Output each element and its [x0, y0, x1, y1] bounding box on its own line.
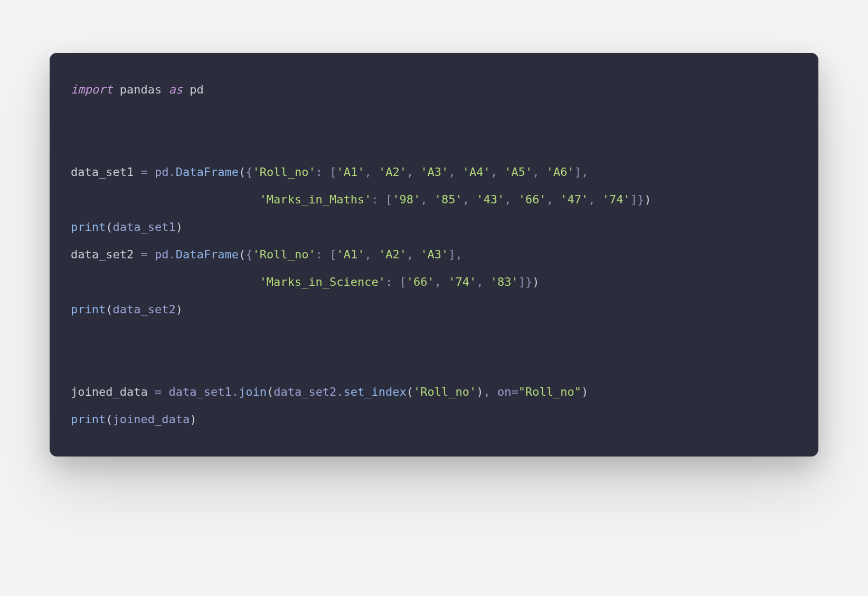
code-token: ( [239, 248, 246, 261]
code-token: pd [190, 83, 204, 96]
code-token: ] [518, 275, 525, 288]
code-token: ( [267, 385, 273, 398]
code-token: , [532, 165, 539, 179]
code-token: [ [400, 275, 407, 288]
code-token: data_set1 [71, 165, 134, 179]
code-token: '43' [476, 193, 504, 206]
code-token: data_set2 [273, 385, 336, 398]
code-token: 'A4' [463, 165, 490, 179]
code-token: , [407, 248, 413, 261]
code-token: '74' [602, 193, 630, 206]
code-token: : [316, 248, 323, 261]
code-token: ) [190, 413, 196, 426]
code-token: '74' [448, 275, 476, 288]
code-token: . [336, 385, 343, 398]
code-token: 'A5' [504, 165, 532, 179]
code-token: ( [106, 413, 112, 426]
code-token: = [140, 248, 147, 261]
code-token: : [316, 165, 323, 179]
code-token: DataFrame [176, 165, 239, 179]
code-token: as [168, 83, 183, 96]
code-token: { [246, 165, 252, 179]
code-token: [ [385, 193, 392, 206]
code-token: , [581, 165, 588, 179]
code-token: set_index [344, 385, 407, 398]
code-token: 'Roll_no' [252, 165, 315, 179]
code-token: , [448, 165, 455, 179]
code-token: 'Marks_in_Science' [260, 275, 385, 288]
code-token: ) [476, 385, 483, 398]
code-token: = [140, 165, 147, 179]
code-token: . [232, 385, 239, 398]
code-token: join [239, 385, 267, 398]
code-token: , [364, 248, 371, 261]
code-token: [ [329, 248, 336, 261]
code-token: ( [106, 220, 112, 234]
code-token: , [546, 193, 553, 206]
code-token: print [71, 220, 106, 234]
code-token: data_set2 [71, 248, 134, 261]
code-token: ) [176, 303, 183, 316]
code-token: 'Marks_in_Maths' [260, 193, 372, 206]
code-card: import pandas as pd data_set1 = pd.DataF… [50, 53, 818, 457]
code-token: ) [532, 275, 539, 288]
code-token: ) [176, 220, 183, 234]
code-token: data_set1 [168, 385, 231, 398]
code-token: , [490, 165, 497, 179]
code-token: 'A1' [336, 165, 364, 179]
code-token: : [385, 275, 392, 288]
code-token: pandas [120, 83, 162, 96]
code-token: ( [407, 385, 413, 398]
code-token: DataFrame [176, 248, 239, 261]
code-token: print [71, 303, 106, 316]
code-token: } [637, 193, 644, 206]
code-token: , [588, 193, 595, 206]
code-token: data_set1 [112, 220, 175, 234]
code-token: , [407, 165, 413, 179]
code-token: joined_data [71, 385, 148, 398]
code-token: '83' [490, 275, 518, 288]
code-token: pd [155, 248, 169, 261]
code-token: ] [630, 193, 637, 206]
code-token: pd [155, 165, 169, 179]
code-token: . [168, 165, 175, 179]
code-token: '98' [392, 193, 420, 206]
code-token: on [497, 385, 512, 398]
code-token: 'A1' [336, 248, 364, 261]
code-token: '66' [518, 193, 546, 206]
code-token: : [372, 193, 379, 206]
code-token: '66' [407, 275, 435, 288]
code-token: ) [644, 193, 651, 206]
code-token: 'Roll_no' [413, 385, 476, 398]
code-token: ( [239, 165, 246, 179]
code-block[interactable]: import pandas as pd data_set1 = pd.DataF… [71, 76, 797, 433]
code-token: = [155, 385, 162, 398]
code-token: [ [329, 165, 336, 179]
code-token: 'A2' [379, 165, 407, 179]
code-token: data_set2 [112, 303, 175, 316]
code-token: , [504, 193, 511, 206]
code-token: 'A3' [420, 165, 448, 179]
code-token: joined_data [112, 413, 190, 426]
code-token: import [71, 83, 112, 96]
code-token: , [364, 165, 371, 179]
code-token: . [168, 248, 175, 261]
code-token: } [525, 275, 532, 288]
code-token: print [71, 413, 106, 426]
code-token: = [512, 385, 518, 398]
code-token: '47' [560, 193, 588, 206]
code-token: ] [448, 248, 455, 261]
code-token: 'A2' [379, 248, 407, 261]
code-token: ( [106, 303, 112, 316]
code-token: , [420, 193, 427, 206]
code-token: , [463, 193, 469, 206]
code-token: { [246, 248, 252, 261]
code-token: ) [581, 385, 588, 398]
code-token: , [435, 275, 441, 288]
code-token: '85' [435, 193, 463, 206]
code-content: import pandas as pd data_set1 = pd.DataF… [71, 83, 651, 426]
code-token: 'A6' [546, 165, 574, 179]
code-token: ] [574, 165, 581, 179]
code-token: , [456, 248, 463, 261]
code-token: , [476, 275, 483, 288]
